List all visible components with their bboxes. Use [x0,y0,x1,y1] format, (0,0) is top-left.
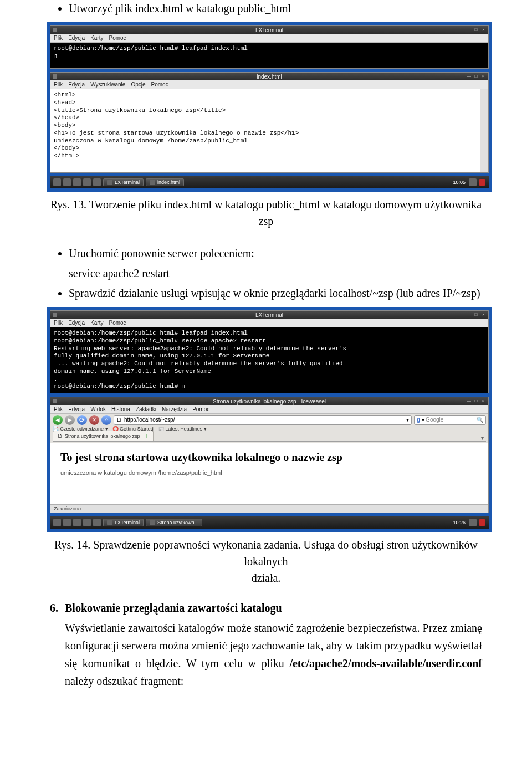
clock: 10:26 [453,520,466,525]
close-icon[interactable]: × [480,398,486,404]
menu-item[interactable]: Plik [54,406,63,412]
taskbar-button[interactable]: Strona uzytkown... [146,519,202,526]
terminal-output[interactable]: root@debian:/home/zsp/public_html# leafp… [50,327,488,393]
search-bar[interactable]: g▾ Google 🔍 [414,415,486,425]
new-tab-button[interactable]: + [145,432,149,440]
figure-caption-14: Rys. 14. Sprawdzenie poprawności wykonan… [50,536,482,586]
menu-item[interactable]: Karty [90,320,103,326]
window-titlebar: LXTerminal — □ × [50,26,488,34]
window-titlebar: LXTerminal — □ × [50,311,488,319]
maximize-icon[interactable]: □ [473,312,479,318]
tab-bar: 🗋Strona uzytkownika lokalnego zsp + ▾ [53,432,486,442]
tab-list-button[interactable]: ▾ [481,435,484,441]
minimize-icon[interactable]: — [466,398,472,404]
terminal-menubar: Plik Edycja Karty Pomoc [50,319,488,327]
search-icon[interactable]: 🔍 [477,415,483,425]
workspace-icon[interactable] [93,178,101,186]
close-icon[interactable]: × [480,74,486,79]
menu-item[interactable]: Wyszukiwanie [90,81,125,88]
logout-icon[interactable] [479,179,485,186]
close-icon[interactable]: × [480,312,486,318]
menu-item[interactable]: Pomoc [109,35,126,41]
menu-item[interactable]: Plik [54,81,63,88]
figure-caption-13: Rys. 13. Tworzenie pliku index.html w ka… [50,196,482,229]
window-title: LXTerminal [255,312,283,318]
menu-item[interactable]: Karty [90,35,103,41]
lxterminal-window: LXTerminal — □ × Plik Edycja Karty Pomoc… [50,310,489,393]
browser-icon[interactable] [73,178,81,186]
browser-menubar: Plik Edycja Widok Historia Zakładki Narz… [50,405,488,414]
leafpad-menubar: Plik Edycja Wyszukiwanie Opcje Pomoc [50,80,488,89]
close-icon[interactable]: × [480,27,486,33]
back-button[interactable]: ◄ [53,415,63,425]
taskbar: LXTerminal Strona uzytkown... 10:26 [50,516,489,529]
page-heading: To jest strona startowa uzytkownika loka… [60,451,478,464]
section-body: Wyświetlanie zawartości katalogów może s… [65,619,482,690]
forward-button[interactable]: ► [65,415,75,425]
menu-item[interactable]: Edycja [68,406,85,412]
terminal-output[interactable]: root@debian:/home/zsp/public_html# leafp… [50,43,488,68]
section-6: 6. Blokowanie przeglądania zawartości ka… [50,602,482,690]
leafpad-window: index.html — □ × Plik Edycja Wyszukiwani… [50,72,489,173]
menu-item[interactable]: Edycja [68,81,85,88]
maximize-icon[interactable]: □ [473,74,479,79]
taskbar: LXTerminal index.html 10:05 [50,176,489,188]
start-menu-icon[interactable] [53,178,61,186]
window-title: index.html [257,74,282,80]
menu-item[interactable]: Edycja [68,35,85,41]
browser-toolbar: ◄ ► ⟳ × ⌂ 🗋 http://localhost/~zsp/ ▾ g▾ … [50,414,488,443]
window-titlebar: index.html — □ × [50,73,488,80]
editor-content[interactable]: <html> <head> <title>Strona uzytkownika … [50,89,488,172]
menu-item[interactable]: Edycja [68,320,85,326]
home-button[interactable]: ⌂ [101,415,111,425]
window-icon [53,313,57,317]
window-icon [53,399,57,403]
bookmark-item[interactable]: 📰 Latest Headlines ▾ [158,426,207,432]
menu-item[interactable]: Plik [54,320,63,326]
minimize-icon[interactable]: — [466,27,472,33]
tray-icon[interactable] [469,519,477,526]
taskbar-button[interactable]: LXTerminal [103,178,144,186]
menu-item[interactable]: Pomoc [192,406,209,412]
stop-button[interactable]: × [89,415,99,425]
start-menu-icon[interactable] [53,519,61,526]
menu-item[interactable]: Pomoc [109,320,126,326]
window-title: Strona uzytkownika lokalnego zsp - Icewe… [213,398,326,405]
show-desktop-icon[interactable] [83,519,91,526]
menu-item[interactable]: Opcje [131,81,145,88]
page-content: To jest strona startowa uzytkownika loka… [50,443,488,504]
menu-item[interactable]: Widok [90,406,106,412]
iceweasel-window: Strona uzytkownika lokalnego zsp - Icewe… [50,397,489,513]
menu-item[interactable]: Zakładki [136,406,156,412]
browser-icon[interactable] [73,519,81,526]
section-number: 6. [50,602,58,690]
minimize-icon[interactable]: — [466,74,472,79]
menu-item[interactable]: Historia [111,406,130,412]
window-title: LXTerminal [255,27,283,33]
filemanager-icon[interactable] [63,519,71,526]
command-text: service apache2 restart [69,265,482,282]
screenshot-1: LXTerminal — □ × Plik Edycja Karty Pomoc… [47,22,492,192]
reload-button[interactable]: ⟳ [77,415,87,425]
maximize-icon[interactable]: □ [473,398,479,404]
browser-tab[interactable]: 🗋Strona uzytkownika lokalnego zsp + [53,431,154,441]
status-bar: Zakończono [50,504,488,513]
bullet-check: Sprawdzić działanie usługi wpisując w ok… [69,285,482,301]
bullet-restart: Uruchomić ponownie serwer poleceniem: se… [69,245,482,282]
menu-item[interactable]: Plik [54,35,63,41]
menu-item[interactable]: Narzędzia [162,406,187,412]
logout-icon[interactable] [479,519,485,526]
url-bar[interactable]: 🗋 http://localhost/~zsp/ ▾ [114,415,412,425]
clock: 10:05 [453,180,466,185]
taskbar-button[interactable]: LXTerminal [103,519,144,526]
lxterminal-window: LXTerminal — □ × Plik Edycja Karty Pomoc… [50,25,489,69]
show-desktop-icon[interactable] [83,178,91,186]
minimize-icon[interactable]: — [466,312,472,318]
menu-item[interactable]: Pomoc [151,81,168,88]
workspace-icon[interactable] [93,519,101,526]
taskbar-button[interactable]: index.html [146,178,184,186]
maximize-icon[interactable]: □ [473,27,479,33]
dropdown-icon[interactable]: ▾ [406,415,409,425]
filemanager-icon[interactable] [63,178,71,186]
tray-icon[interactable] [469,178,477,186]
